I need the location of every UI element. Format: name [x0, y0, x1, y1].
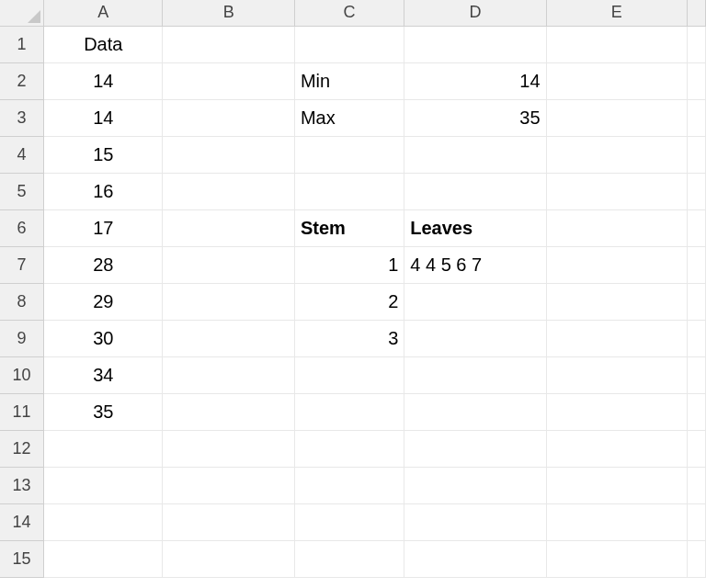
row-header-8[interactable]: 8 [0, 283, 44, 320]
cell-overflow-8 [688, 283, 706, 320]
cell-C2[interactable]: Min [294, 62, 404, 99]
cell-B11[interactable] [163, 393, 295, 430]
row-header-5[interactable]: 5 [0, 173, 44, 209]
col-header-A[interactable]: A [44, 0, 163, 26]
cell-E6[interactable] [546, 209, 687, 246]
cell-A14[interactable] [44, 503, 163, 540]
cell-overflow-15 [688, 540, 706, 577]
col-header-C[interactable]: C [294, 0, 404, 26]
select-all-corner[interactable] [0, 0, 44, 26]
cell-B1[interactable] [163, 26, 295, 62]
cell-C9[interactable]: 3 [294, 320, 404, 356]
col-header-B[interactable]: B [163, 0, 295, 26]
spreadsheet-grid[interactable]: A B C D E 1Data214Min14314Max35415516617… [0, 0, 706, 578]
cell-A8[interactable]: 29 [44, 283, 163, 320]
cell-overflow-13 [688, 467, 706, 503]
cell-A3[interactable]: 14 [44, 99, 163, 136]
cell-A1[interactable]: Data [44, 26, 163, 62]
cell-E12[interactable] [546, 430, 687, 467]
cell-B14[interactable] [163, 503, 295, 540]
cell-B8[interactable] [163, 283, 295, 320]
row-header-3[interactable]: 3 [0, 99, 44, 136]
cell-C8[interactable]: 2 [294, 283, 404, 320]
row-header-2[interactable]: 2 [0, 62, 44, 99]
row-header-15[interactable]: 15 [0, 540, 44, 577]
cell-C11[interactable] [294, 393, 404, 430]
cell-A10[interactable]: 34 [44, 356, 163, 393]
cell-D3[interactable]: 35 [404, 99, 546, 136]
cell-B5[interactable] [163, 173, 295, 209]
cell-D7[interactable]: 4 4 5 6 7 [404, 246, 546, 283]
cell-D2[interactable]: 14 [404, 62, 546, 99]
col-header-E[interactable]: E [546, 0, 687, 26]
row-header-6[interactable]: 6 [0, 209, 44, 246]
cell-B10[interactable] [163, 356, 295, 393]
cell-C6[interactable]: Stem [294, 209, 404, 246]
cell-C4[interactable] [294, 136, 404, 173]
cell-D11[interactable] [404, 393, 546, 430]
cell-B2[interactable] [163, 62, 295, 99]
row-header-14[interactable]: 14 [0, 503, 44, 540]
row-header-7[interactable]: 7 [0, 246, 44, 283]
row-header-1[interactable]: 1 [0, 26, 44, 62]
cell-A2[interactable]: 14 [44, 62, 163, 99]
cell-C14[interactable] [294, 503, 404, 540]
cell-D1[interactable] [404, 26, 546, 62]
cell-A11[interactable]: 35 [44, 393, 163, 430]
cell-A13[interactable] [44, 467, 163, 503]
cell-E11[interactable] [546, 393, 687, 430]
cell-E5[interactable] [546, 173, 687, 209]
cell-B3[interactable] [163, 99, 295, 136]
cell-C12[interactable] [294, 430, 404, 467]
cell-C1[interactable] [294, 26, 404, 62]
row-header-12[interactable]: 12 [0, 430, 44, 467]
cell-E14[interactable] [546, 503, 687, 540]
cell-C3[interactable]: Max [294, 99, 404, 136]
cell-C7[interactable]: 1 [294, 246, 404, 283]
col-header-D[interactable]: D [404, 0, 546, 26]
cell-B13[interactable] [163, 467, 295, 503]
cell-D6[interactable]: Leaves [404, 209, 546, 246]
cell-E2[interactable] [546, 62, 687, 99]
cell-B7[interactable] [163, 246, 295, 283]
cell-A15[interactable] [44, 540, 163, 577]
row-header-10[interactable]: 10 [0, 356, 44, 393]
cell-A12[interactable] [44, 430, 163, 467]
cell-A5[interactable]: 16 [44, 173, 163, 209]
cell-A9[interactable]: 30 [44, 320, 163, 356]
cell-D4[interactable] [404, 136, 546, 173]
cell-E10[interactable] [546, 356, 687, 393]
row-header-4[interactable]: 4 [0, 136, 44, 173]
row-header-11[interactable]: 11 [0, 393, 44, 430]
row-header-13[interactable]: 13 [0, 467, 44, 503]
row-header-9[interactable]: 9 [0, 320, 44, 356]
cell-B12[interactable] [163, 430, 295, 467]
cell-E9[interactable] [546, 320, 687, 356]
cell-B6[interactable] [163, 209, 295, 246]
cell-E8[interactable] [546, 283, 687, 320]
cell-D8[interactable] [404, 283, 546, 320]
cell-D15[interactable] [404, 540, 546, 577]
cell-E7[interactable] [546, 246, 687, 283]
cell-E1[interactable] [546, 26, 687, 62]
cell-D9[interactable] [404, 320, 546, 356]
cell-D13[interactable] [404, 467, 546, 503]
cell-D14[interactable] [404, 503, 546, 540]
cell-C13[interactable] [294, 467, 404, 503]
cell-E4[interactable] [546, 136, 687, 173]
cell-A4[interactable]: 15 [44, 136, 163, 173]
cell-A6[interactable]: 17 [44, 209, 163, 246]
cell-D10[interactable] [404, 356, 546, 393]
cell-D5[interactable] [404, 173, 546, 209]
cell-C15[interactable] [294, 540, 404, 577]
cell-E13[interactable] [546, 467, 687, 503]
cell-E3[interactable] [546, 99, 687, 136]
cell-E15[interactable] [546, 540, 687, 577]
cell-B15[interactable] [163, 540, 295, 577]
cell-C10[interactable] [294, 356, 404, 393]
cell-B4[interactable] [163, 136, 295, 173]
cell-C5[interactable] [294, 173, 404, 209]
cell-B9[interactable] [163, 320, 295, 356]
cell-A7[interactable]: 28 [44, 246, 163, 283]
cell-D12[interactable] [404, 430, 546, 467]
